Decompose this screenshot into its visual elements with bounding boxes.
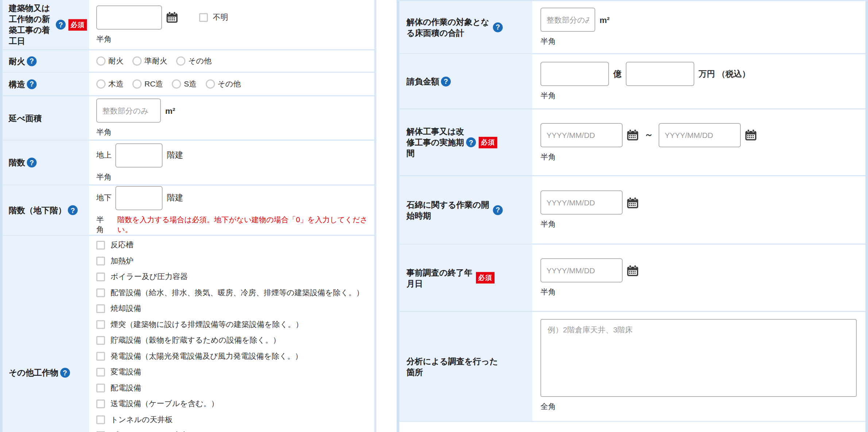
contract-amount-oku-input[interactable] xyxy=(540,62,609,86)
building-info-table: 建築物又は工作物の新築工事の着工日 ? 必須 不明 半角 xyxy=(0,0,376,432)
checkbox-chimney[interactable]: 煙突（建築物に設ける排煙設備等の建築設備を除く。） xyxy=(96,319,369,331)
checkbox-box[interactable] xyxy=(96,241,105,250)
radio-circle[interactable] xyxy=(132,57,142,66)
period-start-date-input[interactable] xyxy=(540,123,623,147)
row-floors-below: 階数（地下階） ? 地下 階建 半角 階数を入力する場合は必須。地下がない建物の… xyxy=(3,186,375,236)
calendar-icon[interactable] xyxy=(627,264,639,277)
checkbox-substation[interactable]: 変電設備 xyxy=(96,366,369,378)
help-icon[interactable]: ? xyxy=(27,158,37,167)
input-format-note: 半角 xyxy=(540,152,859,162)
row-contract-amount: 請負金額 ? 億 万円 （税込） 半角 xyxy=(399,54,865,110)
checkbox-box[interactable] xyxy=(96,352,105,361)
radio-circle[interactable] xyxy=(96,57,106,66)
construction-start-date-input[interactable] xyxy=(96,5,162,29)
total-floor-area-input[interactable] xyxy=(96,99,161,123)
demolition-floor-area-input[interactable] xyxy=(540,8,595,32)
radio-structure-other[interactable]: その他 xyxy=(205,79,241,89)
input-format-note: 半角 xyxy=(540,91,859,101)
checkbox-box[interactable] xyxy=(96,304,105,313)
field-label: 延べ面積 xyxy=(9,112,42,123)
input-suffix: 階建 xyxy=(167,150,183,161)
field-label: 請負金額 xyxy=(407,76,439,87)
field-label: 分析による調査を行った箇所 xyxy=(407,356,499,377)
checkbox-incineration[interactable]: 焼却設備 xyxy=(96,303,369,315)
radio-circle[interactable] xyxy=(172,80,181,89)
input-format-note: 半角 xyxy=(540,220,859,230)
checkbox-label: 不明 xyxy=(213,12,228,22)
asbestos-start-date-input[interactable] xyxy=(540,190,623,215)
checkbox-power-generation[interactable]: 発電設備（太陽光発電設備及び風力発電設備を除く。） xyxy=(96,350,369,362)
radio-wood[interactable]: 木造 xyxy=(96,79,124,89)
row-fire-resistance: 耐火 ? 耐火 準耐火 その他 xyxy=(3,50,375,73)
calendar-icon[interactable] xyxy=(627,129,639,142)
help-icon[interactable]: ? xyxy=(60,368,70,378)
unit-oku: 億 xyxy=(613,69,622,79)
help-icon[interactable]: ? xyxy=(493,22,503,32)
radio-fire-resistant[interactable]: 耐火 xyxy=(96,56,124,66)
warning-text: 階数を入力する場合は必須。地下がない建物の場合「0」を入力してください。 xyxy=(117,215,369,235)
contract-amount-man-input[interactable] xyxy=(626,62,694,86)
checkbox-platform-shed[interactable]: プラットホームの上家 xyxy=(96,430,369,432)
calendar-icon[interactable] xyxy=(745,129,757,142)
unit-label: m² xyxy=(165,106,175,115)
help-icon[interactable]: ? xyxy=(27,56,37,66)
calendar-icon[interactable] xyxy=(166,11,179,24)
row-construction-start-date: 建築物又は工作物の新築工事の着工日 ? 必須 不明 半角 xyxy=(3,0,375,50)
floors-below-input[interactable] xyxy=(116,186,163,210)
row-structure: 構造 ? 木造 RC造 S造 その他 xyxy=(3,73,375,97)
help-icon[interactable]: ? xyxy=(466,138,476,147)
period-end-date-input[interactable] xyxy=(659,123,741,147)
checkbox-box[interactable] xyxy=(96,336,105,345)
input-format-note: 全角 xyxy=(540,402,859,412)
field-label: 階数 xyxy=(9,157,25,168)
checkbox-box[interactable] xyxy=(96,384,105,393)
radio-semi-fire-resistant[interactable]: 準耐火 xyxy=(132,56,167,66)
row-other-structures: その他工作物 ? 反応槽 加熱炉 ボイラー及び圧力容器 配管設備（給水、排水、換… xyxy=(3,236,375,432)
radio-circle[interactable] xyxy=(176,57,186,66)
floors-above-input[interactable] xyxy=(116,143,163,167)
radio-fire-other[interactable]: その他 xyxy=(176,56,212,66)
checkbox-distribution[interactable]: 配電設備 xyxy=(96,382,369,394)
row-survey-end-date: 事前調査の終了年月日 必須 半角 xyxy=(399,245,865,312)
checkbox-box[interactable] xyxy=(96,320,105,329)
input-format-note: 半角 xyxy=(96,34,369,44)
row-asbestos-work-start: 石綿に関する作業の開始時期 ? 半角 xyxy=(399,176,865,245)
checkbox-heating-furnace[interactable]: 加熱炉 xyxy=(96,255,369,267)
checkbox-box[interactable] xyxy=(96,257,105,266)
checkbox-tunnel-ceiling[interactable]: トンネルの天井板 xyxy=(96,414,369,426)
checkbox-box[interactable] xyxy=(199,13,208,22)
row-analysis-survey-locations: 分析による調査を行った箇所 全角 xyxy=(399,312,865,422)
help-icon[interactable]: ? xyxy=(441,76,451,86)
checkbox-box[interactable] xyxy=(96,273,105,281)
survey-end-date-input[interactable] xyxy=(540,258,623,282)
checkbox-box[interactable] xyxy=(96,368,105,377)
field-label: 事前調査の終了年月日 xyxy=(407,267,473,289)
radio-circle[interactable] xyxy=(96,80,106,89)
field-label: 耐火 xyxy=(9,55,25,66)
input-suffix: 階建 xyxy=(167,193,183,203)
row-work-period: 解体工事又は改修工事の実施期間 ? 必須 ～ 半角 xyxy=(399,109,865,176)
unknown-checkbox[interactable]: 不明 xyxy=(199,12,228,22)
field-label: 石綿に関する作業の開始時期 xyxy=(407,199,492,221)
radio-circle[interactable] xyxy=(132,80,142,89)
analysis-locations-textarea[interactable] xyxy=(540,319,857,397)
row-next-partial xyxy=(399,422,865,432)
checkbox-piping[interactable]: 配管設備（給水、排水、換気、暖房、冷房、排煙等の建築設備を除く。） xyxy=(96,287,369,299)
checkbox-boiler[interactable]: ボイラー及び圧力容器 xyxy=(96,271,369,283)
help-icon[interactable]: ? xyxy=(56,20,66,30)
checkbox-reaction-tank[interactable]: 反応槽 xyxy=(96,239,369,251)
checkbox-box[interactable] xyxy=(96,400,105,408)
help-icon[interactable]: ? xyxy=(27,79,37,89)
checkbox-box[interactable] xyxy=(96,289,105,297)
help-icon[interactable]: ? xyxy=(493,205,503,215)
calendar-icon[interactable] xyxy=(627,196,639,209)
help-icon[interactable]: ? xyxy=(68,205,78,215)
row-floors-above: 階数 ? 地上 階建 半角 xyxy=(3,141,375,186)
input-format-note: 半角 xyxy=(540,288,859,297)
radio-steel[interactable]: S造 xyxy=(172,79,197,89)
checkbox-transmission[interactable]: 送電設備（ケーブルを含む。） xyxy=(96,398,369,410)
checkbox-storage[interactable]: 貯蔵設備（穀物を貯蔵するための設備を除く。） xyxy=(96,335,369,347)
checkbox-box[interactable] xyxy=(96,416,105,424)
radio-circle[interactable] xyxy=(205,80,215,89)
radio-rc[interactable]: RC造 xyxy=(132,79,163,89)
